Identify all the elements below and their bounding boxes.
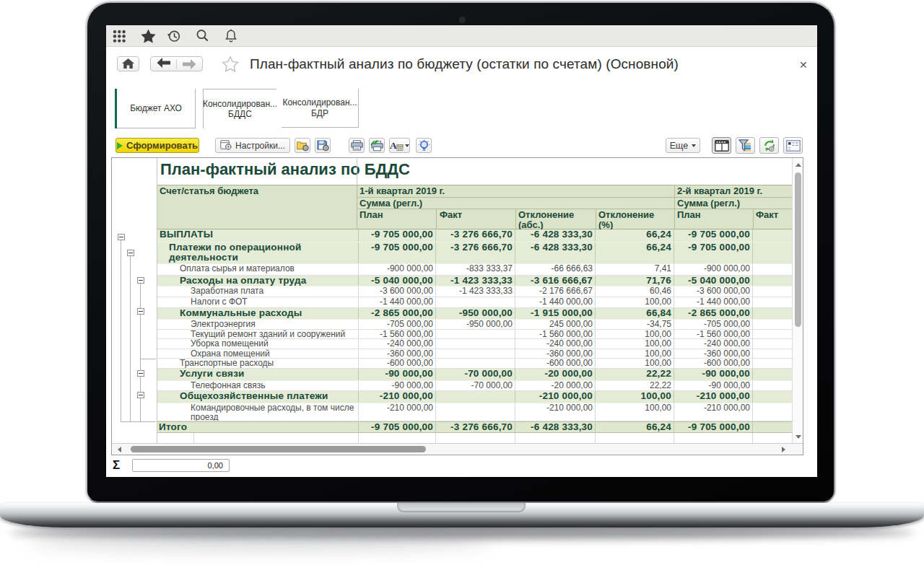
svg-text:A: A — [390, 140, 397, 151]
